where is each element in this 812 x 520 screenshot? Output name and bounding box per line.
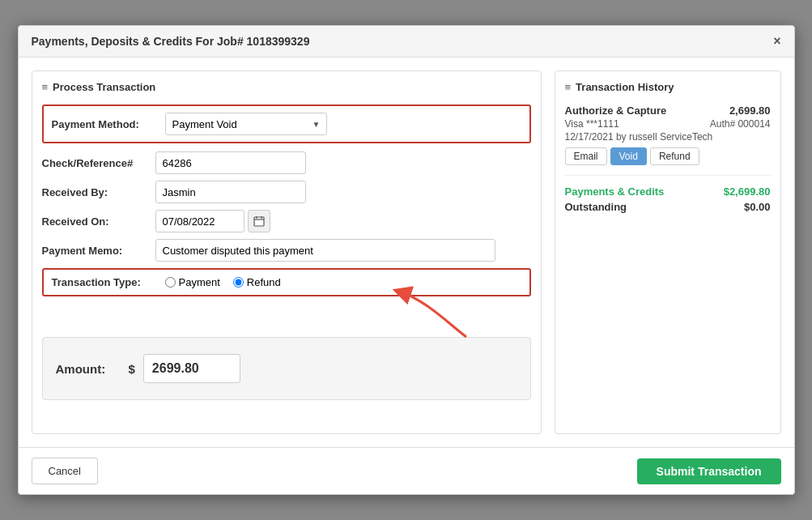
transaction-type-container: Transaction Type: Payment Refund <box>42 268 531 296</box>
history-type-row: Authorize & Capture 2,699.80 <box>565 104 771 117</box>
process-icon: ≡ <box>42 81 49 93</box>
history-date: 12/17/2021 by russell ServiceTech <box>565 131 771 143</box>
outstanding-value: $0.00 <box>744 201 771 213</box>
payments-credits-label: Payments & Credits <box>565 185 665 198</box>
cancel-button[interactable]: Cancel <box>32 458 98 484</box>
right-panel: ≡ Transaction History Authorize & Captur… <box>555 70 781 434</box>
history-card-row: Visa ***1111 Auth# 000014 <box>565 118 771 130</box>
email-button[interactable]: Email <box>565 147 607 165</box>
refund-button[interactable]: Refund <box>650 147 699 165</box>
refund-radio[interactable] <box>233 277 244 288</box>
check-reference-input[interactable] <box>155 151 306 174</box>
process-transaction-header: ≡ Process Transaction <box>42 81 531 93</box>
payment-radio[interactable] <box>165 277 176 288</box>
received-on-input[interactable] <box>155 210 244 232</box>
history-type: Authorize & Capture <box>565 104 667 117</box>
amount-label: Amount: <box>56 362 121 376</box>
outstanding-label: Outstanding <box>565 201 627 213</box>
submit-transaction-button[interactable]: Submit Transaction <box>637 458 781 484</box>
payment-radio-label[interactable]: Payment <box>165 276 220 288</box>
check-reference-label: Check/Reference# <box>42 157 155 169</box>
close-button[interactable]: × <box>773 34 780 49</box>
payment-memo-input[interactable] <box>155 239 495 262</box>
amount-input[interactable] <box>143 354 240 383</box>
payment-method-select-wrapper: Payment Void Cash Check Credit Card ▼ <box>165 113 327 135</box>
radio-group: Payment Refund <box>165 276 281 288</box>
transaction-type-section: Transaction Type: Payment Refund <box>42 268 531 296</box>
modal-header: Payments, Deposits & Credits For Job# 10… <box>19 26 794 58</box>
received-on-row: Received On: <box>42 210 531 232</box>
process-transaction-title: Process Transaction <box>53 81 155 93</box>
history-card: Visa ***1111 <box>565 118 619 130</box>
payment-memo-row: Payment Memo: <box>42 239 531 262</box>
check-reference-row: Check/Reference# <box>42 151 531 174</box>
refund-radio-text: Refund <box>247 276 281 288</box>
history-summary: Payments & Credits $2,699.80 Outstanding… <box>565 185 771 213</box>
svg-rect-0 <box>254 217 264 226</box>
void-button[interactable]: Void <box>610 147 647 165</box>
payment-method-row: Payment Method: Payment Void Cash Check … <box>52 113 521 135</box>
modal: Payments, Deposits & Credits For Job# 10… <box>18 25 795 495</box>
history-auth: Auth# 000014 <box>710 118 771 130</box>
payment-radio-text: Payment <box>179 276 220 288</box>
left-panel: ≡ Process Transaction Payment Method: Pa… <box>32 70 542 434</box>
outstanding-row: Outstanding $0.00 <box>565 201 771 213</box>
history-icon: ≡ <box>565 81 572 93</box>
received-by-input[interactable] <box>155 181 306 203</box>
date-wrapper <box>155 210 270 232</box>
transaction-type-label: Transaction Type: <box>52 276 165 288</box>
modal-title: Payments, Deposits & Credits For Job# 10… <box>32 35 310 48</box>
payments-credits-value: $2,699.80 <box>724 185 771 198</box>
payment-method-label: Payment Method: <box>52 118 165 130</box>
modal-footer: Cancel Submit Transaction <box>19 447 794 494</box>
history-entry: Authorize & Capture 2,699.80 Visa ***111… <box>565 104 771 165</box>
payment-method-section: Payment Method: Payment Void Cash Check … <box>42 104 531 143</box>
received-by-row: Received By: <box>42 181 531 203</box>
payments-credits-row: Payments & Credits $2,699.80 <box>565 185 771 198</box>
modal-body: ≡ Process Transaction Payment Method: Pa… <box>19 58 794 447</box>
calendar-button[interactable] <box>248 210 270 232</box>
history-amount: 2,699.80 <box>729 104 771 117</box>
payment-memo-label: Payment Memo: <box>42 245 155 257</box>
payment-method-select[interactable]: Payment Void Cash Check Credit Card <box>165 113 327 135</box>
history-actions: Email Void Refund <box>565 147 771 165</box>
amount-section: Amount: $ <box>42 337 531 400</box>
received-on-label: Received On: <box>42 215 155 228</box>
calendar-icon <box>253 215 265 227</box>
received-by-label: Received By: <box>42 186 155 198</box>
transaction-history-title: Transaction History <box>576 81 674 93</box>
refund-radio-label[interactable]: Refund <box>233 276 281 288</box>
history-divider <box>565 175 771 176</box>
amount-dollar-sign: $ <box>129 362 135 376</box>
modal-overlay: Payments, Deposits & Credits For Job# 10… <box>0 0 812 520</box>
transaction-history-header: ≡ Transaction History <box>565 81 771 93</box>
